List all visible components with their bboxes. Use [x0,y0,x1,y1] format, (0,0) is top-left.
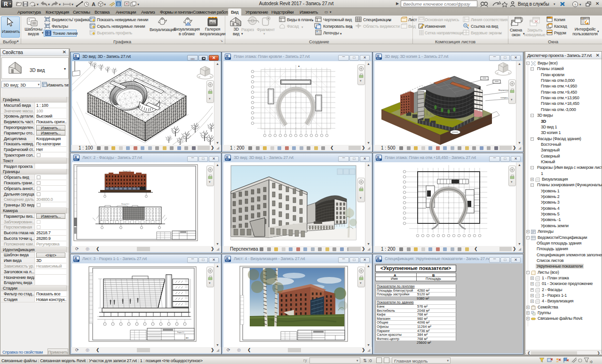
svg-text:RVT: RVT [226,260,230,262]
svg-text:▾: ▾ [48,2,50,7]
svg-text:RVT: RVT [74,57,78,60]
svg-text:RVT: RVT [377,158,380,161]
svg-text:RVT: RVT [377,260,380,262]
svg-text:▾: ▾ [104,2,106,7]
svg-text:▾: ▾ [37,2,39,7]
svg-text:RVT: RVT [377,57,380,60]
svg-text:▾: ▾ [59,2,61,7]
svg-text:A: A [92,1,95,7]
svg-text:Фасад 10-1: Фасад 10-1 [121,203,129,205]
svg-text:▾: ▾ [554,2,555,6]
svg-text:Вход в службы: Вход в службы [518,1,549,7]
svg-text:RVT: RVT [74,260,78,262]
svg-text:▾: ▾ [71,2,73,7]
svg-text:Разрез 1-1: Разрез 1-1 [177,332,184,333]
svg-text:галерея: галерея [500,96,507,99]
svg-text:?: ? [574,3,577,7]
svg-text:RVT: RVT [74,158,78,161]
svg-text:RVT: RVT [226,158,230,161]
svg-text:▾: ▾ [137,2,139,7]
svg-text:▲: ▲ [298,64,300,67]
svg-text:▾: ▾ [579,3,581,6]
svg-text:АБВ: АБВ [186,337,189,339]
svg-text:RVT: RVT [226,57,230,60]
